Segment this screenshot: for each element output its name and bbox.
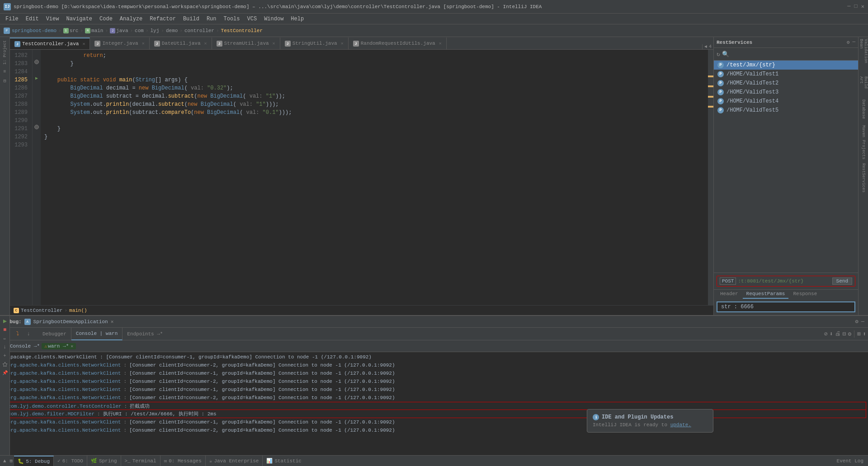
project-tool-button[interactable]: 1: Project (1, 39, 9, 66)
art-build-tool-button[interactable]: Art Build (859, 76, 868, 94)
bottom-tab-terminal[interactable]: >_ Terminal (121, 456, 160, 466)
menu-file[interactable]: File (2, 15, 22, 23)
structure-tool-button[interactable]: ≡ (1, 67, 9, 75)
tab-requestparams[interactable]: RequestParams (743, 290, 789, 299)
param-value[interactable]: str : 6666 (721, 304, 754, 310)
debug-minimize-icon[interactable]: ─ (861, 319, 864, 325)
close-debug-tab[interactable]: ✕ (111, 319, 114, 325)
split-icon[interactable]: ⊞ (9, 457, 14, 464)
request-url-field[interactable]: :t:8081/test/Jmx/{str} (738, 278, 830, 284)
tab-randomrequestid[interactable]: J RandomRequestIdUtils.java ✕ (349, 38, 447, 49)
endpoint-item[interactable]: P /HOME/ValidTest1 (714, 70, 858, 79)
edit-icon[interactable]: ✏ (1, 335, 9, 342)
tab-header[interactable]: Header (717, 290, 742, 299)
console-tab[interactable]: Console | warn (71, 328, 123, 340)
pin-icon[interactable]: 📌 (1, 369, 9, 377)
maximize-button[interactable]: □ (854, 3, 858, 10)
nav-main[interactable]: main (91, 28, 103, 33)
endpoint-item5[interactable]: P /HOMF/ValidTest5 (714, 106, 858, 115)
bottom-tab-java-enterprise[interactable]: ☕ Java Enterprise (206, 456, 263, 466)
close-button[interactable]: ✕ (861, 3, 864, 10)
menu-view[interactable]: View (42, 15, 63, 23)
nav-src[interactable]: src (70, 28, 79, 33)
nav-lyj[interactable]: lyj (151, 28, 160, 33)
menu-edit[interactable]: Edit (22, 15, 42, 23)
menu-build[interactable]: Build (179, 15, 203, 23)
bottom-tab-messages[interactable]: ✉ 0: Messages (160, 456, 206, 466)
scroll-down-icon[interactable]: ↓ (1, 344, 9, 351)
editor-scrollbar[interactable] (708, 50, 713, 305)
settings-button[interactable]: ⚙ (848, 330, 852, 338)
warn-filter-tab[interactable]: ⚠ warn →* ✕ (42, 343, 76, 349)
minimize-button[interactable]: ─ (847, 3, 850, 10)
maximize-panel-button[interactable]: ⬆ (863, 330, 866, 338)
send-button[interactable]: Send (832, 278, 852, 285)
endpoint-item2[interactable]: P /HOME/ValidTest2 (714, 79, 858, 88)
menu-code[interactable]: Code (96, 15, 116, 23)
nav-testcontroller[interactable]: TestController (221, 28, 263, 33)
stop-icon[interactable]: ■ (1, 326, 9, 334)
close-tab-streamutil[interactable]: ✕ (273, 41, 275, 46)
filter-button[interactable]: ⊟ (843, 330, 846, 338)
maven-projects-tool-button[interactable]: Maven Projects (859, 124, 868, 160)
debug-star-icon[interactable] (1, 361, 9, 368)
nav-demo[interactable]: demo (166, 28, 178, 33)
bottom-tab-statistic[interactable]: 📊 Statistic (263, 456, 305, 466)
window-controls[interactable]: ─ □ ✕ (847, 3, 864, 10)
tab-streamutil[interactable]: J StreamUtil.java ✕ (212, 38, 280, 49)
scanner-icon[interactable]: ⊟ (1, 77, 9, 85)
add-watch-icon[interactable]: + (1, 352, 9, 359)
close-warn-filter[interactable]: ✕ (71, 344, 73, 349)
endpoint-item4[interactable]: P /HOME/ValidTest4 (714, 97, 858, 106)
debugger-tab[interactable]: Debugger (38, 328, 71, 340)
bottom-tab-spring[interactable]: 🌿 Spring (87, 456, 121, 466)
debug-settings-icon[interactable]: ⚙ (855, 318, 859, 325)
layout-button[interactable]: ⊞ (857, 330, 861, 338)
console-sub-tab-label[interactable]: Console →* (10, 344, 40, 349)
scroll-to-end-button[interactable]: ⬇ (830, 330, 833, 338)
menu-navigate[interactable]: Navigate (62, 15, 96, 23)
clear-console-button[interactable]: ⊘ (824, 330, 828, 338)
nav-com[interactable]: com (135, 28, 144, 33)
nav-controller[interactable]: controller (184, 28, 214, 33)
menu-vcs[interactable]: VCS (244, 15, 261, 23)
database-tool-button[interactable]: Database (859, 96, 868, 123)
notif-link[interactable]: update. (670, 422, 691, 428)
restservices-tool-button[interactable]: RestServices (859, 162, 868, 193)
endpoint-item-selected[interactable]: P /test/Jmx/{str} (714, 61, 858, 70)
tab-stringutil[interactable]: J StringUtil.java ✕ (280, 38, 349, 49)
close-tab-testcontroller[interactable]: ✕ (82, 41, 85, 47)
menu-run[interactable]: Run (203, 15, 220, 23)
endpoint-item3[interactable]: P /HOME/ValidTest3 (714, 88, 858, 97)
bottom-tab-debug[interactable]: 🐛 5: Debug (14, 456, 54, 466)
tab-testcontroller[interactable]: J TestController.java ✕ (10, 38, 90, 49)
endpoints-tab[interactable]: Endpoints →* (123, 328, 167, 340)
nav-java[interactable]: java (116, 28, 128, 33)
rest-refresh-icon[interactable]: ↻ (717, 51, 720, 58)
expand-icon[interactable]: ▲ (2, 458, 8, 464)
bean-validation-tool-button[interactable]: Bean Validation (859, 39, 868, 75)
rest-minimize-icon[interactable]: ─ (852, 39, 855, 45)
tab-scroll-left[interactable]: ◄ (704, 44, 707, 49)
nav-project[interactable]: springboot-demo (12, 28, 57, 33)
close-tab-stringutil[interactable]: ✕ (341, 41, 344, 46)
event-log-button[interactable]: Event Log (834, 458, 866, 464)
step-button[interactable]: ↓ (24, 329, 33, 339)
rest-search-icon[interactable]: 🔍 (722, 51, 729, 58)
menu-refactor[interactable]: Refactor (146, 15, 179, 23)
debug-resume-icon[interactable] (1, 318, 9, 325)
step-over-button[interactable]: ⤵ (13, 329, 23, 339)
menu-window[interactable]: Window (260, 15, 287, 23)
menu-analyze[interactable]: Analyze (116, 15, 146, 23)
tab-dateutil[interactable]: J DateUtil.java ✕ (150, 38, 212, 49)
bottom-tab-todo[interactable]: ✓ 6: TODO (54, 456, 87, 466)
close-tab-integer[interactable]: ✕ (142, 41, 145, 46)
close-tab-dateutil[interactable]: ✕ (204, 41, 207, 46)
menu-tools[interactable]: Tools (220, 15, 244, 23)
tab-integer[interactable]: J Integer.java ✕ (90, 38, 149, 49)
code-content[interactable]: return; } public static void main(String… (41, 50, 708, 305)
tab-response[interactable]: Response (789, 290, 821, 299)
menu-help[interactable]: Help (287, 15, 307, 23)
rest-settings-icon[interactable]: ⚙ (847, 39, 850, 45)
print-button[interactable]: 🖨 (835, 330, 841, 337)
